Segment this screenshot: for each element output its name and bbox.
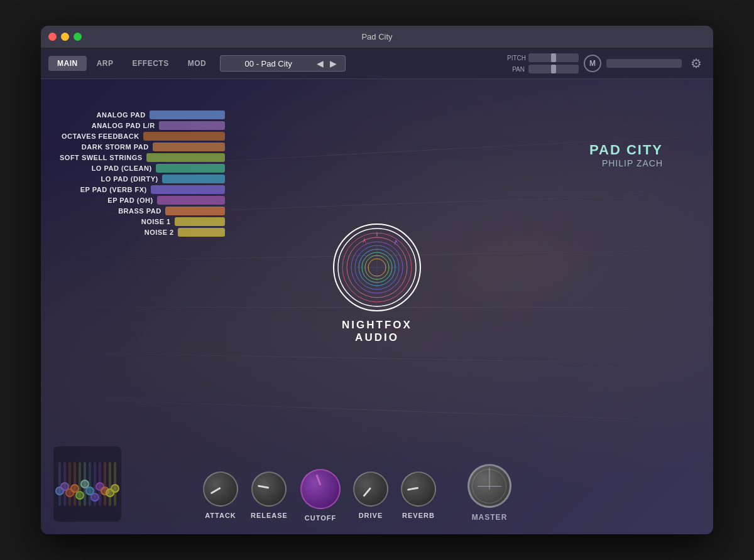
fader-track	[104, 453, 106, 515]
instrument-list: ANALOG PADANALOG PAD L/ROCTAVES FEEDBACK…	[60, 110, 225, 237]
instrument-label: DARK STORM PAD	[82, 143, 149, 151]
instrument-label: LO PAD (CLEAN)	[92, 164, 152, 172]
tab-arp[interactable]: ARP	[88, 56, 123, 71]
tab-mod[interactable]: MOD	[179, 56, 216, 71]
preset-name: 00 - Pad City	[227, 59, 310, 68]
pitch-slider[interactable]	[528, 53, 579, 62]
fader-track	[63, 453, 66, 515]
settings-button[interactable]: ⚙	[687, 54, 706, 73]
pitch-label: PITCH	[507, 55, 525, 62]
instrument-label: SOFT SWELL STRINGS	[60, 154, 143, 161]
instrument-item[interactable]: NOISE 2	[60, 228, 225, 237]
knob-reverb[interactable]	[401, 471, 436, 507]
knob-container-release: RELEASE	[251, 471, 288, 519]
knobs-section: ATTACKRELEASECUTOFFDRIVEREVERB	[203, 469, 436, 522]
fader-section	[53, 446, 121, 522]
instrument-label: ANALOG PAD	[97, 111, 146, 119]
instrument-item[interactable]: EP PAD (VERB FX)	[60, 185, 225, 194]
instrument-bar	[178, 228, 225, 237]
fader-vertical[interactable]	[109, 462, 111, 506]
pan-slider[interactable]	[528, 65, 579, 73]
fader-track	[99, 453, 101, 515]
instrument-bar	[159, 121, 225, 130]
pan-row: PAN	[507, 65, 579, 73]
fader-vertical[interactable]	[84, 462, 86, 506]
instrument-bar	[175, 217, 225, 226]
knob-cutoff[interactable]	[300, 469, 341, 509]
fader-track	[114, 453, 116, 515]
instrument-item[interactable]: LO PAD (DIRTY)	[60, 175, 225, 183]
instrument-item[interactable]: DARK STORM PAD	[60, 143, 225, 151]
toolbar: MAIN ARP EFFECTS MOD 00 - Pad City ◀ ▶ P…	[41, 48, 713, 79]
fader-vertical[interactable]	[74, 462, 76, 506]
knob-drive[interactable]	[353, 471, 388, 507]
pitch-row: PITCH	[507, 53, 579, 62]
title-bar: Pad City	[41, 26, 713, 48]
knob-label-reverb: REVERB	[402, 512, 435, 519]
fader-vertical[interactable]	[99, 462, 101, 506]
instrument-item[interactable]: SOFT SWELL STRINGS	[60, 153, 225, 162]
fader-track	[68, 453, 71, 515]
instrument-bar	[165, 207, 225, 215]
instrument-bar	[157, 196, 225, 205]
knob-attack[interactable]	[203, 471, 238, 507]
instrument-label: LO PAD (DIRTY)	[101, 175, 158, 183]
knob-indicator-reverb	[407, 487, 418, 491]
logo-circle	[333, 223, 421, 311]
knob-label-attack: ATTACK	[205, 512, 236, 519]
bottom-section: ATTACKRELEASECUTOFFDRIVEREVERB MASTER	[41, 446, 713, 534]
fader-track	[109, 453, 111, 515]
brand-pad-city: PAD CITY	[589, 142, 663, 158]
knob-container-attack: ATTACK	[203, 471, 238, 519]
window-title: Pad City	[361, 32, 392, 41]
instrument-label: NOISE 1	[141, 218, 171, 225]
instrument-label: NOISE 2	[145, 229, 174, 236]
mute-button[interactable]: M	[584, 55, 601, 72]
minimize-button[interactable]	[61, 33, 69, 41]
tab-main[interactable]: MAIN	[48, 56, 87, 71]
logo-line1: NIGHTFOX	[342, 319, 412, 331]
knob-indicator-attack	[210, 487, 221, 495]
instrument-label: EP PAD (OH)	[107, 197, 153, 204]
knob-label-release: RELEASE	[251, 512, 288, 519]
instrument-item[interactable]: NOISE 1	[60, 217, 225, 226]
fader-track	[84, 453, 86, 515]
instrument-bar	[156, 164, 225, 173]
instrument-bar	[146, 153, 225, 162]
instrument-item[interactable]: ANALOG PAD L/R	[60, 121, 225, 130]
next-preset-button[interactable]: ▶	[328, 58, 339, 68]
fader-handle[interactable]	[111, 484, 119, 493]
instrument-item[interactable]: OCTAVES FEEDBACK	[60, 132, 225, 141]
fader-handle[interactable]	[90, 493, 99, 502]
instrument-bar	[162, 175, 225, 183]
prev-preset-button[interactable]: ◀	[315, 58, 325, 68]
close-button[interactable]	[48, 33, 57, 41]
knob-indicator-cutoff	[315, 475, 321, 486]
master-container: MASTER	[467, 464, 511, 522]
fader-vertical[interactable]	[114, 462, 116, 506]
fader-vertical[interactable]	[104, 462, 106, 506]
instrument-item[interactable]: ANALOG PAD	[60, 110, 225, 119]
preset-selector[interactable]: 00 - Pad City ◀ ▶	[220, 55, 346, 72]
instrument-bar	[151, 185, 225, 194]
instrument-label: EP PAD (VERB FX)	[80, 186, 147, 193]
instrument-item[interactable]: EP PAD (OH)	[60, 196, 225, 205]
instrument-item[interactable]: LO PAD (CLEAN)	[60, 164, 225, 173]
fader-handle[interactable]	[75, 491, 84, 500]
master-knob[interactable]	[467, 464, 511, 508]
knob-container-drive: DRIVE	[353, 471, 388, 519]
nav-tabs: MAIN ARP EFFECTS MOD	[48, 56, 215, 71]
knob-container-reverb: REVERB	[401, 471, 436, 519]
fader-vertical[interactable]	[68, 462, 71, 506]
knob-release[interactable]	[251, 471, 287, 507]
main-window: Pad City MAIN ARP EFFECTS MOD 00 - Pad C…	[41, 26, 713, 534]
instrument-item[interactable]: BRASS PAD	[60, 207, 225, 215]
fader-vertical[interactable]	[63, 462, 66, 506]
maximize-button[interactable]	[74, 33, 82, 41]
pan-label: PAN	[507, 66, 525, 73]
master-label: MASTER	[472, 513, 508, 522]
tab-effects[interactable]: EFFECTS	[124, 56, 178, 71]
main-content: PAD CITY PHILIP ZACH ANALOG PADANALOG PA…	[41, 79, 713, 534]
knob-indicator-release	[258, 485, 269, 488]
pitch-pan-section: PITCH PAN	[507, 53, 579, 73]
